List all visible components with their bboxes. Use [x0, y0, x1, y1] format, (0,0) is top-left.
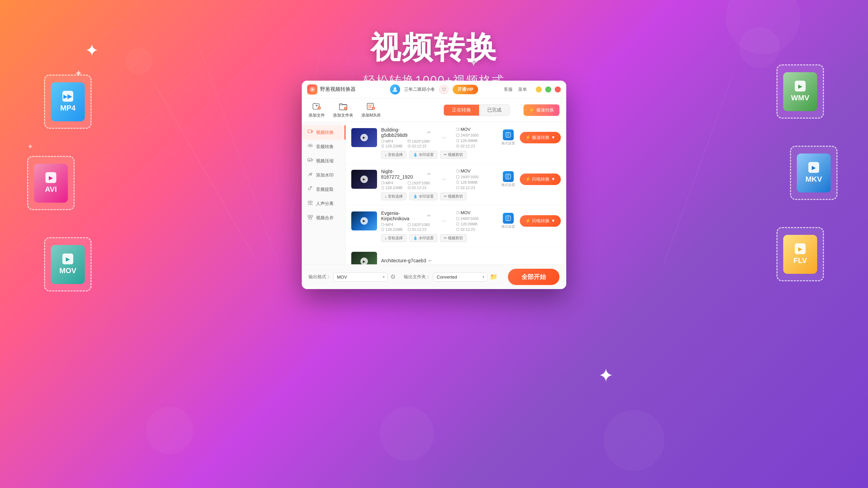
meta-res-1: 1920*1080	[408, 139, 431, 143]
convert-btn-1[interactable]: ⚡ 极速转换 ▼	[520, 132, 561, 143]
sidebar-item-video-merge[interactable]: 视频合并	[302, 211, 346, 225]
video-cut-btn-3[interactable]: ✂ 视频剪切	[440, 234, 467, 242]
sidebar-item-audio-convert[interactable]: 音频转换	[302, 140, 346, 154]
format-card-mov: ▶ MOV	[51, 245, 85, 284]
output-folder-select[interactable]: Converted	[433, 272, 487, 282]
format-icon-mov: ▶ MOV	[44, 237, 92, 291]
format-settings-1[interactable]: 格式设置	[501, 129, 516, 146]
video-convert-icon	[307, 129, 313, 136]
window-controls: — □ ✕	[536, 86, 561, 93]
output-format-select[interactable]: MOV MP4 MKV AVI WMV	[333, 272, 388, 282]
add-m3u8-label: 添加M3U8	[361, 113, 380, 118]
app-name: 野葱视频转换器	[320, 86, 356, 93]
audio-track-btn-3[interactable]: ♪ 音轨选择	[381, 234, 407, 242]
edit-icon-1[interactable]: ✏	[427, 130, 431, 135]
file-meta-2: MP4 1920*1080 128.22MB	[381, 181, 431, 190]
svg-rect-38	[456, 211, 459, 214]
convert-btn-3[interactable]: ⚡ 闪电转换 ▼	[520, 215, 561, 227]
audio-extract-icon	[307, 186, 313, 193]
output-dur-val-1: 02:12:23	[460, 144, 475, 148]
tab-converting[interactable]: 正在转换	[444, 105, 479, 116]
add-file-button[interactable]: 添加文件	[309, 102, 325, 118]
menu-button[interactable]: 菜单	[518, 86, 527, 93]
output-info-2: MOV 2400*1600 128.99MB	[456, 168, 497, 190]
add-m3u8-button[interactable]: 添加M3U8	[361, 102, 380, 118]
video-cut-icon-1: ✂	[444, 152, 447, 157]
flash-convert-button[interactable]: ⚡ 极速转换	[524, 104, 559, 116]
format-settings-2[interactable]: 格式设置	[501, 171, 516, 187]
video-cut-btn-1[interactable]: ✂ 视频剪切	[440, 151, 467, 159]
edit-icon-4[interactable]: ✏	[428, 258, 432, 263]
svg-rect-30	[456, 176, 459, 178]
bg-circle-4	[146, 407, 193, 454]
svg-rect-20	[456, 128, 459, 130]
arrow-3: →	[435, 217, 452, 225]
minimize-button[interactable]: —	[536, 86, 542, 93]
sidebar-item-video-convert[interactable]: 视频转换	[302, 125, 346, 140]
file-item-4-top: ▶ Architecture-g7caeb3 ✏	[351, 252, 561, 264]
tab-completed[interactable]: 已完成	[479, 105, 510, 116]
svg-rect-39	[456, 217, 459, 220]
watermark-icon	[307, 172, 313, 179]
watermark-label-1: 水印设置	[419, 152, 434, 157]
meta-format-1: MP4	[381, 139, 405, 143]
svg-point-11	[308, 201, 310, 203]
fmt-label-1: 格式设置	[501, 141, 515, 146]
watermark-btn-3[interactable]: 💧 水印设置	[409, 234, 437, 242]
format-card-mp4: ▶ MP4	[51, 82, 85, 121]
watermark-btn-2[interactable]: 💧 水印设置	[409, 192, 437, 200]
file-info-3: Evgenia-Kirpichnikova ✏ MP4 1	[381, 210, 431, 231]
customer-service[interactable]: 客服	[504, 86, 513, 93]
edit-icon-3[interactable]: ✏	[427, 213, 431, 218]
sidebar-item-watermark[interactable]: 添加水印	[302, 168, 346, 182]
avi-play-icon: ▶	[45, 172, 56, 183]
vip-button[interactable]: 开通VIP	[453, 85, 478, 94]
edit-icon-2[interactable]: ✏	[427, 171, 431, 177]
watermark-btn-1[interactable]: 💧 水印设置	[409, 151, 437, 159]
video-compress-icon	[307, 158, 313, 164]
sidebar-item-video-compress[interactable]: 视频压缩	[302, 154, 346, 168]
file-name-4: Architecture-g7caeb3	[381, 258, 426, 263]
audio-track-btn-2[interactable]: ♪ 音轨选择	[381, 192, 407, 200]
convert-icon-2: ⚡	[525, 177, 531, 182]
bg-circle-3	[125, 47, 153, 75]
output-info-3: MOV 2400*1600 128.99MB	[456, 210, 497, 231]
format-card-flv: ▶ FLV	[783, 235, 817, 274]
audio-track-btn-1[interactable]: ♪ 音轨选择	[381, 151, 407, 159]
video-cut-btn-2[interactable]: ✂ 视频剪切	[440, 192, 467, 200]
mkv-label: MKV	[806, 175, 822, 184]
thumb-overlay-4: ▶	[351, 252, 377, 264]
audio-convert-icon	[307, 143, 313, 150]
add-folder-button[interactable]: 添加文件夹	[333, 102, 353, 118]
sidebar-label-watermark: 添加水印	[316, 172, 334, 178]
svg-point-41	[456, 228, 459, 231]
tab-group: 正在转换 已完成	[443, 104, 510, 116]
output-folder-select-wrapper: Converted ▾	[433, 272, 487, 282]
convert-btn-2[interactable]: ⚡ 闪电转换 ▼	[520, 174, 561, 185]
wmv-label: WMV	[791, 94, 809, 102]
output-folder-label: 输出文件夹：	[404, 274, 430, 280]
file-actions-3: ♪ 音轨选择 💧 水印设置 ✂ 视频剪切	[381, 234, 561, 242]
start-all-button[interactable]: 全部开始	[508, 269, 559, 285]
close-button[interactable]: ✕	[555, 86, 561, 93]
output-res-val-1: 2400*1600	[460, 133, 478, 137]
open-folder-icon[interactable]: 📁	[490, 273, 497, 281]
file-name-2: Night-8167272_1920	[381, 169, 425, 180]
file-name-row-1: Building-g5dbb298d9 ✏	[381, 127, 431, 138]
mov-play-icon: ▶	[62, 253, 73, 264]
bg-circle-2	[739, 27, 780, 68]
flv-play-icon: ▶	[795, 243, 806, 254]
maximize-button[interactable]: □	[545, 86, 551, 93]
sparkle-1: ✦	[85, 41, 99, 60]
sidebar-label-video-merge: 视频合并	[316, 215, 334, 221]
add-folder-icon	[338, 102, 348, 111]
mkv-play-icon: ▶	[808, 162, 819, 173]
thumb-overlay-1: ▶	[351, 128, 377, 147]
format-settings-icon[interactable]: ⚙	[390, 273, 396, 281]
heart-icon[interactable]: ♡	[439, 85, 449, 94]
app-logo: 野葱视频转换器	[307, 84, 356, 95]
sidebar-item-voice-separate[interactable]: 人声分离	[302, 197, 346, 211]
format-settings-3[interactable]: 格式设置	[501, 213, 516, 229]
file-name-row-4: Architecture-g7caeb3 ✏	[381, 258, 561, 263]
sidebar-item-audio-extract[interactable]: 音频提取	[302, 182, 346, 197]
